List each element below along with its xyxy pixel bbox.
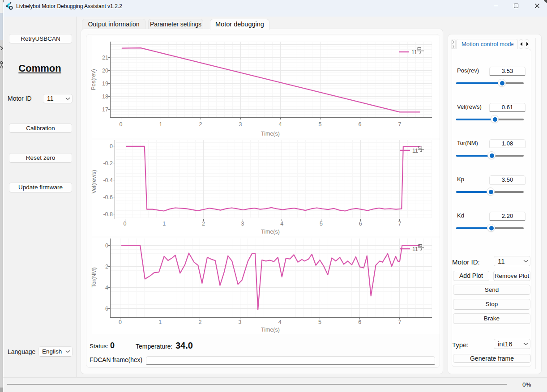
svg-text:-0.2: -0.2 [103,160,113,166]
svg-text:Pos(rev): Pos(rev) [90,69,97,90]
svg-text:0: 0 [120,121,123,128]
svg-text:3: 3 [239,319,242,325]
svg-text:1: 1 [162,221,166,227]
svg-text:11: 11 [412,148,418,154]
svg-text:Time(s): Time(s) [261,327,280,333]
svg-text:0: 0 [124,221,127,227]
svg-text:3: 3 [239,121,242,128]
svg-text:Time(s): Time(s) [261,131,280,137]
svg-text:5: 5 [319,121,322,128]
svg-text:0: 0 [105,243,108,249]
svg-text:1: 1 [158,319,162,325]
svg-text:7: 7 [398,319,401,325]
svg-text:18: 18 [102,94,108,100]
svg-text:2: 2 [202,221,205,227]
svg-text:7: 7 [398,221,401,227]
svg-text:4: 4 [278,319,282,325]
svg-text:17: 17 [102,107,108,113]
svg-text:11: 11 [412,246,418,252]
svg-text:19: 19 [102,81,108,87]
svg-text:5: 5 [318,319,321,325]
svg-text:-4: -4 [103,285,108,291]
svg-text:20: 20 [102,68,108,74]
svg-text:Time(s): Time(s) [261,229,280,235]
svg-text:-0.8: -0.8 [103,211,113,217]
svg-text:-0.6: -0.6 [103,194,113,200]
svg-text:0: 0 [119,319,122,325]
svg-text:-6: -6 [103,306,108,312]
svg-text:0: 0 [110,143,113,149]
svg-text:-0.4: -0.4 [103,177,113,183]
svg-text:6: 6 [359,121,362,128]
svg-text:4: 4 [280,221,283,227]
svg-text:Tor(NM): Tor(NM) [91,267,97,287]
svg-text:-2: -2 [103,264,108,270]
svg-text:1: 1 [159,121,162,128]
svg-text:5: 5 [320,221,323,227]
svg-text:2: 2 [199,121,202,128]
svg-text:7: 7 [398,121,402,128]
svg-text:2: 2 [198,319,201,325]
svg-text:Vel(rev/s): Vel(rev/s) [91,170,97,194]
svg-text:11: 11 [411,49,417,55]
svg-text:6: 6 [359,221,362,227]
svg-text:6: 6 [358,319,361,325]
svg-text:21: 21 [102,55,108,61]
svg-text:4: 4 [279,121,282,128]
svg-text:3: 3 [241,221,244,227]
